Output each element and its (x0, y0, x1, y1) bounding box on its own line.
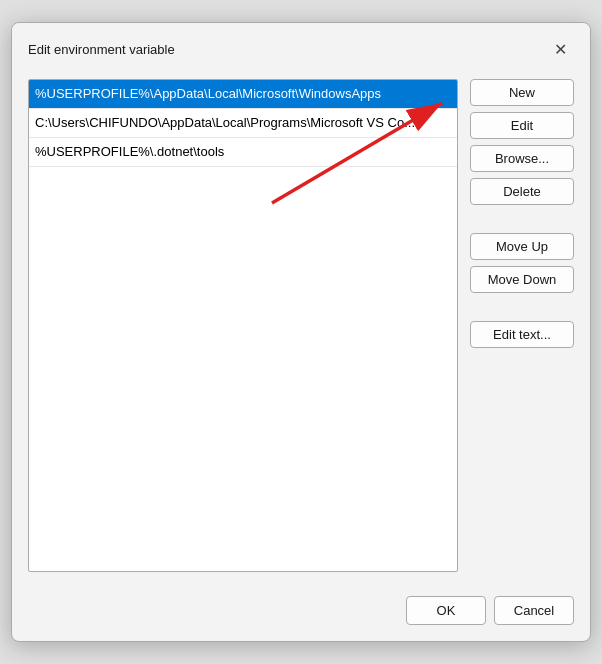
env-list[interactable]: %USERPROFILE%\AppData\Local\Microsoft\Wi… (28, 79, 458, 572)
buttons-panel: New Edit Browse... Delete Move Up Move D… (470, 79, 574, 572)
dialog-title: Edit environment variable (28, 42, 175, 57)
list-item[interactable]: C:\Users\CHIFUNDO\AppData\Local\Programs… (29, 109, 457, 138)
spacer2 (470, 299, 574, 315)
ok-button[interactable]: OK (406, 596, 486, 625)
spacer (470, 211, 574, 227)
cancel-button[interactable]: Cancel (494, 596, 574, 625)
edit-text-button[interactable]: Edit text... (470, 321, 574, 348)
move-down-button[interactable]: Move Down (470, 266, 574, 293)
dialog-footer: OK Cancel (12, 588, 590, 641)
new-button[interactable]: New (470, 79, 574, 106)
dialog-content: %USERPROFILE%\AppData\Local\Microsoft\Wi… (12, 71, 590, 588)
edit-env-dialog: Edit environment variable ✕ %USERPROFILE… (11, 22, 591, 642)
close-button[interactable]: ✕ (546, 35, 574, 63)
move-up-button[interactable]: Move Up (470, 233, 574, 260)
edit-button[interactable]: Edit (470, 112, 574, 139)
list-item[interactable]: %USERPROFILE%\AppData\Local\Microsoft\Wi… (29, 80, 457, 109)
list-container: %USERPROFILE%\AppData\Local\Microsoft\Wi… (28, 79, 458, 572)
list-item[interactable]: %USERPROFILE%\.dotnet\tools (29, 138, 457, 167)
title-bar: Edit environment variable ✕ (12, 23, 590, 71)
delete-button[interactable]: Delete (470, 178, 574, 205)
browse-button[interactable]: Browse... (470, 145, 574, 172)
